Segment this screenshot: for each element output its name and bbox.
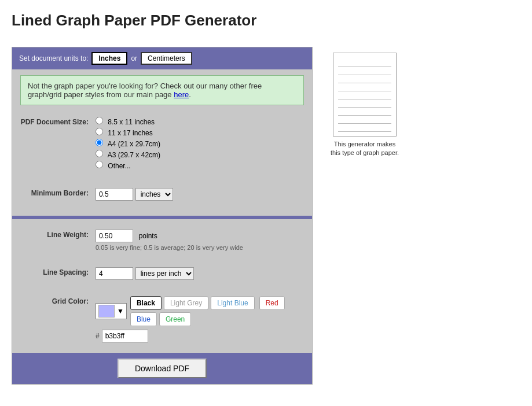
size-radio-a4[interactable] — [96, 139, 103, 146]
pdf-size-label: PDF Document Size: — [20, 117, 96, 126]
form-panel: Set document units to: Inches or Centime… — [12, 47, 313, 385]
size-label-a3: A3 (29.7 x 42cm) — [108, 151, 160, 159]
line-weight-hint: 0.05 is very fine; 0.5 is average; 20 is… — [96, 244, 304, 251]
grid-color-section: Grid Color: ▼ Black Light Grey Light Blu… — [12, 290, 312, 353]
preview-line — [338, 108, 391, 116]
color-preset-green[interactable]: Green — [159, 312, 191, 326]
line-spacing-unit-select[interactable]: lines per inch lines per cm — [135, 267, 194, 280]
main-layout: Set document units to: Inches or Centime… — [12, 47, 520, 385]
line-weight-controls: points 0.05 is very fine; 0.5 is average… — [96, 230, 304, 251]
size-radio-a3[interactable] — [96, 150, 103, 157]
line-weight-input[interactable] — [96, 230, 133, 242]
color-preset-light-blue[interactable]: Light Blue — [211, 296, 254, 310]
line-spacing-row: Line Spacing: lines per inch lines per c… — [20, 267, 304, 280]
size-radio-other[interactable] — [96, 161, 103, 168]
border-unit-select[interactable]: inches cm — [135, 188, 173, 201]
preview-caption: This generator makes this type of graph … — [330, 140, 399, 158]
line-spacing-input[interactable] — [96, 267, 133, 280]
line-weight-row: Line Weight: points 0.05 is very fine; 0… — [20, 230, 304, 251]
info-link[interactable]: here — [174, 90, 189, 99]
page-wrapper: Lined Graph Paper PDF Generator Set docu… — [0, 0, 532, 406]
units-label: Set document units to: — [19, 54, 88, 62]
size-label-8511: 8.5 x 11 inches — [108, 118, 155, 126]
page-title: Lined Graph Paper PDF Generator — [12, 12, 520, 29]
grid-color-controls: ▼ Black Light Grey Light Blue Red Blue G… — [96, 296, 304, 342]
preview-panel: This generator makes this type of graph … — [330, 53, 399, 158]
border-section: Minimum Border: inches cm — [12, 182, 312, 211]
info-text-after: . — [189, 90, 191, 99]
hash-label: # — [96, 332, 100, 340]
color-picker-button[interactable]: ▼ — [96, 303, 127, 319]
line-weight-label: Line Weight: — [20, 230, 96, 239]
color-swatch-row: ▼ Black Light Grey Light Blue Red Blue G… — [96, 296, 304, 326]
pdf-size-controls: 8.5 x 11 inches 11 x 17 inches A4 (21 x … — [96, 117, 304, 172]
color-picker-arrow: ▼ — [117, 307, 124, 315]
line-weight-section: Line Weight: points 0.05 is very fine; 0… — [12, 224, 312, 261]
color-preset-light-grey[interactable]: Light Grey — [164, 296, 208, 310]
line-spacing-label: Line Spacing: — [20, 267, 96, 276]
preview-line — [338, 67, 391, 75]
preview-paper — [333, 53, 397, 136]
size-option-a4[interactable]: A4 (21 x 29.7cm) — [96, 139, 304, 148]
preview-lines — [333, 53, 396, 136]
size-radio-11x17[interactable] — [96, 128, 103, 135]
size-option-other[interactable]: Other... — [96, 161, 304, 170]
preview-line — [338, 91, 391, 99]
line-weight-unit: points — [139, 232, 157, 240]
border-input[interactable] — [96, 188, 133, 201]
or-label: or — [131, 54, 137, 62]
hex-input[interactable] — [102, 330, 148, 342]
download-bar: Download PDF — [12, 353, 312, 384]
centimeters-button[interactable]: Centimeters — [141, 52, 192, 65]
color-preset-black[interactable]: Black — [130, 296, 162, 310]
pdf-size-section: PDF Document Size: 8.5 x 11 inches 11 x … — [12, 111, 312, 182]
grid-color-row: Grid Color: ▼ Black Light Grey Light Blu… — [20, 296, 304, 342]
section-divider-1 — [12, 216, 312, 219]
border-label: Minimum Border: — [20, 188, 96, 197]
info-box: Not the graph paper you're looking for? … — [20, 75, 304, 105]
size-radio-8511[interactable] — [96, 117, 103, 124]
color-swatch — [98, 305, 115, 318]
line-spacing-section: Line Spacing: lines per inch lines per c… — [12, 261, 312, 290]
size-label-other: Other... — [108, 162, 130, 170]
color-preset-blue[interactable]: Blue — [130, 312, 157, 326]
preview-line — [338, 116, 391, 124]
preview-line — [338, 75, 391, 83]
color-preset-red[interactable]: Red — [259, 296, 285, 310]
size-option-11x17[interactable]: 11 x 17 inches — [96, 128, 304, 137]
size-label-a4: A4 (21 x 29.7cm) — [108, 140, 160, 148]
grid-color-label: Grid Color: — [20, 296, 96, 305]
inches-button[interactable]: Inches — [91, 52, 127, 65]
preview-line — [338, 59, 391, 67]
info-text-before: Not the graph paper you're looking for? … — [28, 82, 262, 99]
download-button[interactable]: Download PDF — [118, 359, 207, 378]
size-label-11x17: 11 x 17 inches — [108, 129, 152, 137]
pdf-size-row: PDF Document Size: 8.5 x 11 inches 11 x … — [20, 117, 304, 172]
preview-line — [338, 83, 391, 91]
border-row: Minimum Border: inches cm — [20, 188, 304, 201]
line-spacing-controls: lines per inch lines per cm — [96, 267, 304, 280]
size-option-8511[interactable]: 8.5 x 11 inches — [96, 117, 304, 126]
preview-line — [338, 99, 391, 108]
color-presets: Black Light Grey Light Blue Red Blue Gre… — [130, 296, 304, 326]
border-controls: inches cm — [96, 188, 304, 201]
preview-line — [338, 124, 391, 132]
units-bar: Set document units to: Inches or Centime… — [12, 47, 312, 69]
size-option-a3[interactable]: A3 (29.7 x 42cm) — [96, 150, 304, 159]
